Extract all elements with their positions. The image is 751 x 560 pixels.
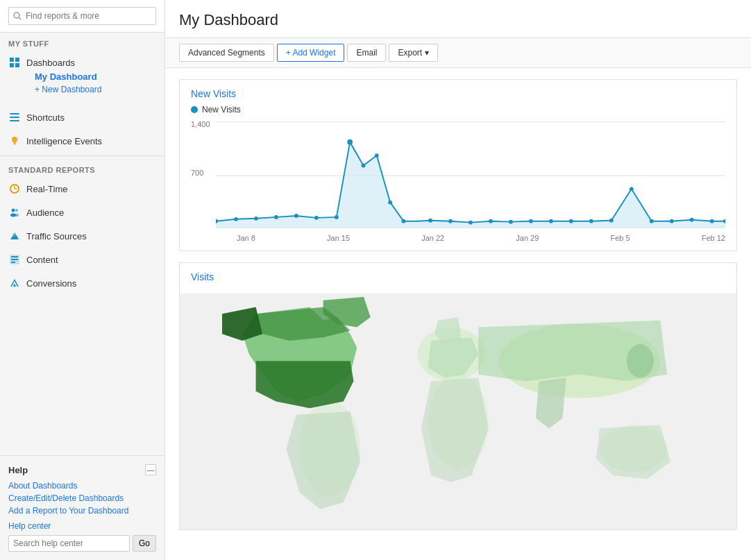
toolbar: Advanced Segments + Add Widget Email Exp…	[165, 38, 751, 68]
realtime-nav-item[interactable]: Real-Time	[0, 177, 164, 201]
intelligence-icon	[8, 135, 21, 147]
svg-point-48	[589, 219, 593, 223]
main-header: My Dashboard	[165, 0, 751, 38]
help-title: Help	[8, 465, 28, 475]
traffic-sources-label: Traffic Sources	[26, 231, 87, 241]
intelligence-events-label: Intelligence Events	[26, 136, 102, 146]
search-input[interactable]	[8, 7, 156, 25]
my-dashboard-item[interactable]: My Dashboard	[8, 69, 156, 83]
conversions-label: Conversions	[26, 278, 76, 289]
svg-rect-1	[15, 58, 19, 62]
svg-marker-27	[216, 142, 725, 228]
svg-point-51	[650, 219, 654, 223]
svg-rect-4	[10, 113, 19, 114]
svg-point-7	[12, 137, 17, 142]
shortcuts-icon	[8, 111, 21, 124]
help-center-link[interactable]: Help center	[8, 521, 156, 531]
dashboards-nav-item[interactable]: Dashboards	[8, 56, 156, 69]
svg-point-45	[529, 219, 533, 223]
svg-rect-9	[14, 144, 15, 145]
help-search-input[interactable]	[8, 535, 130, 552]
audience-label: Audience	[26, 207, 64, 218]
svg-rect-2	[10, 63, 14, 67]
traffic-sources-nav-item[interactable]: Traffic Sources	[0, 224, 164, 248]
new-dashboard-item[interactable]: + New Dashboard	[8, 83, 156, 100]
intelligence-events-nav-item[interactable]: Intelligence Events	[0, 129, 164, 153]
advanced-segments-button[interactable]: Advanced Segments	[179, 44, 274, 62]
svg-rect-0	[10, 58, 14, 62]
y-label-mid: 700	[191, 169, 203, 177]
dashboard-icon	[8, 56, 21, 69]
x-label-jan29: Jan 29	[516, 234, 539, 242]
content-label: Content	[26, 255, 58, 265]
help-search-go-button[interactable]: Go	[133, 535, 156, 552]
svg-point-42	[469, 221, 473, 225]
svg-point-36	[362, 164, 366, 168]
search-bar	[0, 0, 164, 33]
divider-1	[0, 155, 164, 156]
visits-map	[180, 294, 736, 529]
svg-point-32	[294, 214, 298, 218]
conversions-nav-item[interactable]: Conversions	[0, 271, 164, 295]
svg-point-34	[335, 215, 339, 219]
visits-chart-title: Visits	[191, 271, 725, 282]
audience-icon	[8, 206, 21, 219]
add-widget-button[interactable]: + Add Widget	[277, 44, 345, 62]
svg-point-37	[375, 153, 379, 158]
svg-point-46	[549, 219, 553, 223]
svg-rect-19	[11, 259, 18, 260]
y-label-max: 1,400	[191, 120, 210, 128]
sidebar: MY STUFF Dashboards My Dashboard + New D…	[0, 0, 165, 560]
new-visits-svg	[216, 120, 725, 231]
help-search-bar: Go	[8, 535, 156, 552]
new-visits-legend-dot	[191, 106, 198, 113]
svg-rect-8	[13, 142, 16, 144]
traffic-icon	[8, 230, 21, 242]
content-icon	[8, 253, 21, 266]
email-button[interactable]: Email	[347, 44, 386, 62]
x-label-feb12: Feb 12	[702, 234, 725, 242]
export-button[interactable]: Export ▾	[389, 44, 437, 62]
svg-rect-3	[15, 63, 19, 67]
new-visits-legend: New Visits	[191, 105, 725, 114]
new-visits-chart-header: New Visits New Visits	[180, 80, 736, 120]
help-link-create[interactable]: Create/Edit/Delete Dashboards	[8, 493, 156, 503]
svg-point-44	[509, 220, 513, 224]
help-collapse-button[interactable]: —	[145, 464, 156, 475]
new-visits-chart-card: New Visits New Visits 1,400 700	[179, 79, 737, 251]
svg-point-52	[670, 219, 674, 223]
help-header: Help —	[8, 464, 156, 475]
svg-point-13	[12, 209, 15, 212]
svg-point-50	[630, 187, 634, 191]
x-label-jan15: Jan 15	[327, 234, 350, 242]
svg-point-53	[690, 218, 694, 222]
svg-rect-18	[11, 256, 18, 257]
help-links: About Dashboards Create/Edit/Delete Dash…	[8, 481, 156, 516]
charts-area: New Visits New Visits 1,400 700	[165, 68, 751, 541]
svg-point-33	[314, 216, 319, 220]
content-nav-item[interactable]: Content	[0, 248, 164, 271]
shortcuts-nav-item[interactable]: Shortcuts	[0, 105, 164, 129]
help-section: Help — About Dashboards Create/Edit/Dele…	[0, 455, 164, 560]
x-axis-labels: Jan 8 Jan 15 Jan 22 Jan 29 Feb 5 Feb 12	[216, 231, 725, 242]
svg-point-16	[15, 214, 19, 217]
export-chevron-icon: ▾	[425, 48, 429, 58]
conversions-icon	[8, 277, 21, 289]
dashboards-label: Dashboards	[26, 58, 75, 68]
svg-point-49	[609, 219, 614, 223]
visits-map-chart-card: Visits	[179, 262, 737, 530]
help-link-add[interactable]: Add a Report to Your Dashboard	[8, 506, 156, 516]
audience-nav-item[interactable]: Audience	[0, 201, 164, 224]
svg-point-61	[627, 344, 654, 378]
svg-point-31	[274, 215, 278, 219]
dashboards-section: Dashboards My Dashboard + New Dashboard	[0, 51, 164, 105]
svg-point-47	[569, 219, 573, 223]
svg-point-35	[347, 139, 353, 145]
svg-point-40	[428, 219, 432, 223]
svg-point-43	[489, 219, 493, 223]
x-label-jan22: Jan 22	[421, 234, 444, 242]
main-content: My Dashboard Advanced Segments + Add Wid…	[165, 0, 751, 560]
help-link-about[interactable]: About Dashboards	[8, 481, 156, 491]
new-visits-legend-label: New Visits	[202, 105, 241, 114]
svg-rect-6	[10, 120, 19, 121]
